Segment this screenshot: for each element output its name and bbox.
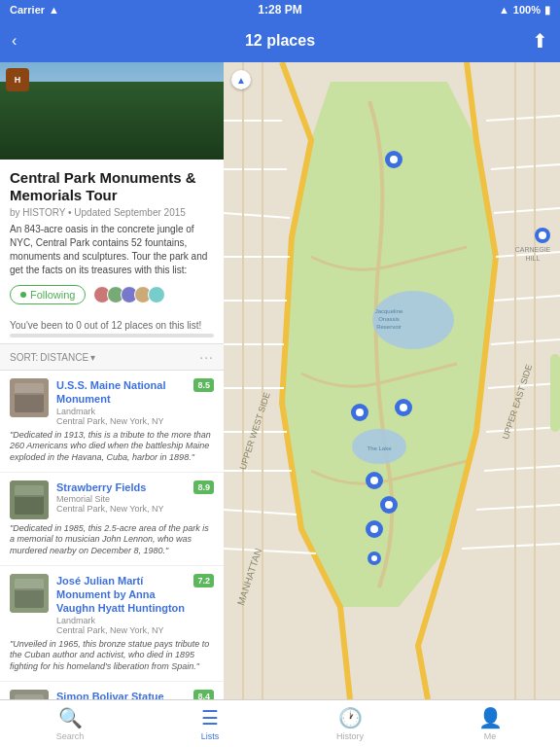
history-badge: H xyxy=(6,68,29,91)
place-score: 8.5 xyxy=(193,378,214,392)
map-pin-cluster xyxy=(395,399,412,416)
list-title: Central Park Monuments & Memorials Tour xyxy=(10,169,214,204)
place-name: U.S.S. Maine National Monument xyxy=(56,378,190,407)
place-type: Memorial Site xyxy=(56,494,214,504)
tab-bar: 🔍 Search ☰ Lists 🕐 History 👤 Me xyxy=(0,699,560,747)
sort-bar: SORT: DISTANCE ▾ ··· xyxy=(0,344,224,371)
wifi-icon: ▲ xyxy=(49,4,59,16)
place-type: Landmark xyxy=(56,616,214,625)
map-pin-2 xyxy=(351,404,368,421)
status-bar: Carrier ▲ 1:28 PM ▲ 100% ▮ xyxy=(0,0,560,19)
tab-me-label: Me xyxy=(484,731,497,741)
svg-point-61 xyxy=(356,409,364,416)
svg-text:CARNEGIE: CARNEGIE xyxy=(515,246,551,253)
tab-me[interactable]: 👤 Me xyxy=(420,702,560,745)
place-title-row: Simon Bolivar Statue 8.4 xyxy=(56,690,214,699)
following-button[interactable]: Following xyxy=(10,285,86,304)
sort-text: SORT: xyxy=(10,352,38,363)
battery-icon: ▮ xyxy=(544,4,550,17)
svg-point-63 xyxy=(370,477,378,484)
back-button[interactable]: ‹ xyxy=(12,32,17,50)
svg-rect-8 xyxy=(15,579,44,590)
nav-title: 12 places xyxy=(245,32,315,50)
place-location: Central Park, New York, NY xyxy=(56,416,214,426)
share-button[interactable]: ⬆ xyxy=(532,29,548,53)
place-name: Simon Bolivar Statue xyxy=(56,690,190,699)
place-title-row: José Julian Martí Monument by Anna Vaugh… xyxy=(56,574,214,616)
avatar-group xyxy=(93,286,165,303)
tab-lists-label: Lists xyxy=(201,731,220,741)
place-item[interactable]: José Julian Martí Monument by Anna Vaugh… xyxy=(0,566,224,682)
carrier-label: Carrier xyxy=(10,4,45,16)
place-header: Simon Bolivar Statue 8.4 Outdoor Sculptu… xyxy=(10,690,214,699)
place-item[interactable]: Simon Bolivar Statue 8.4 Outdoor Sculptu… xyxy=(0,682,224,699)
place-quote: "Unveiled in 1965, this bronze statue pa… xyxy=(10,639,214,673)
svg-rect-55 xyxy=(550,354,560,432)
tab-history[interactable]: 🕐 History xyxy=(280,702,420,745)
place-type: Landmark xyxy=(56,407,214,416)
map-pin-5 xyxy=(366,520,383,538)
status-right: ▲ 100% ▮ xyxy=(499,4,550,17)
place-score: 8.4 xyxy=(193,690,214,699)
back-arrow-icon: ‹ xyxy=(12,32,17,50)
sort-label[interactable]: SORT: DISTANCE ▾ xyxy=(10,352,95,363)
compass-button[interactable]: ▲ xyxy=(231,70,251,89)
status-time: 1:28 PM xyxy=(258,3,301,17)
place-score: 8.9 xyxy=(193,480,214,494)
place-item[interactable]: Strawberry Fields 8.9 Memorial Site Cent… xyxy=(0,473,224,566)
place-title-row: Strawberry Fields 8.9 xyxy=(56,480,214,494)
svg-text:Jacqueline: Jacqueline xyxy=(375,308,403,314)
left-panel: H Central Park Monuments & Memorials Tou… xyxy=(0,62,224,699)
svg-rect-11 xyxy=(15,694,44,699)
place-info: Strawberry Fields 8.9 Memorial Site Cent… xyxy=(56,480,214,514)
hero-image: H xyxy=(0,62,224,160)
place-location: Central Park, New York, NY xyxy=(56,504,214,514)
tab-search[interactable]: 🔍 Search xyxy=(0,702,140,745)
map-container: Jacqueline Onassis Reservoir The Lake UP… xyxy=(224,62,560,699)
location-icon: ▲ xyxy=(499,4,509,16)
map-pin-user xyxy=(368,551,381,565)
progress-bar xyxy=(10,334,214,338)
map-panel[interactable]: Jacqueline Onassis Reservoir The Lake UP… xyxy=(224,62,560,699)
tab-search-label: Search xyxy=(56,731,85,741)
place-info: José Julian Martí Monument by Anna Vaugh… xyxy=(56,574,214,635)
svg-rect-4 xyxy=(15,495,44,515)
places-list: U.S.S. Maine National Monument 8.5 Landm… xyxy=(0,371,224,699)
compass-icon: ▲ xyxy=(236,75,246,86)
svg-point-57 xyxy=(539,231,546,239)
place-header: U.S.S. Maine National Monument 8.5 Landm… xyxy=(10,378,214,426)
list-meta: by HISTORY • Updated September 2015 xyxy=(10,207,214,218)
place-header: Strawberry Fields 8.9 Memorial Site Cent… xyxy=(10,480,214,519)
svg-point-69 xyxy=(400,404,407,411)
tab-lists[interactable]: ☰ Lists xyxy=(140,702,280,745)
list-description: An 843-acre oasis in the concrete jungle… xyxy=(10,223,214,277)
map-svg: Jacqueline Onassis Reservoir The Lake UP… xyxy=(224,62,560,699)
list-info: Central Park Monuments & Memorials Tour … xyxy=(0,160,224,316)
lists-icon: ☰ xyxy=(201,706,219,729)
map-pin-3 xyxy=(366,472,383,489)
following-label: Following xyxy=(30,289,75,301)
place-info: Simon Bolivar Statue 8.4 Outdoor Sculptu… xyxy=(56,690,214,699)
search-icon: 🔍 xyxy=(58,706,83,729)
tab-history-label: History xyxy=(336,731,364,741)
me-icon: 👤 xyxy=(478,706,503,729)
map-pin-1 xyxy=(385,151,402,168)
place-name: José Julian Martí Monument by Anna Vaugh… xyxy=(56,574,190,616)
battery-label: 100% xyxy=(513,4,541,16)
history-icon: 🕐 xyxy=(338,706,363,729)
place-thumbnail xyxy=(10,690,49,699)
place-quote: "Dedicated in 1985, this 2.5-acre area o… xyxy=(10,523,214,557)
place-header: José Julian Martí Monument by Anna Vaugh… xyxy=(10,574,214,635)
svg-point-71 xyxy=(371,555,377,561)
place-name: Strawberry Fields xyxy=(56,480,190,494)
svg-rect-1 xyxy=(15,393,44,412)
sort-more-button[interactable]: ··· xyxy=(199,349,214,365)
place-thumbnail xyxy=(10,480,49,519)
place-quote: "Dedicated in 1913, this is a tribute to… xyxy=(10,430,214,464)
progress-text: You've been to 0 out of 12 places on thi… xyxy=(10,320,214,331)
place-item[interactable]: U.S.S. Maine National Monument 8.5 Landm… xyxy=(0,371,224,473)
svg-rect-2 xyxy=(15,383,44,395)
place-score: 7.2 xyxy=(193,574,214,587)
place-thumbnail xyxy=(10,574,49,613)
svg-point-67 xyxy=(370,525,378,533)
